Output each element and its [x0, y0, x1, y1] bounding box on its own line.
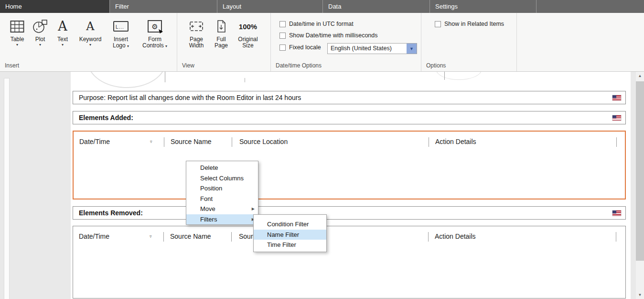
locale-dropdown-button[interactable]: ▼ — [407, 44, 417, 54]
column-separator — [163, 232, 164, 242]
column-header-source-location[interactable]: Source Location — [239, 138, 288, 145]
menu-item-select-columns[interactable]: Select Columns — [186, 173, 258, 184]
tab-data-label: Data — [328, 3, 341, 10]
insert-keyword-button[interactable]: A Keyword ▾ — [75, 16, 106, 47]
menu-item-move[interactable]: Move▶ — [186, 204, 258, 214]
menu-item-select-columns-label: Select Columns — [200, 175, 244, 182]
us-flag-icon — [612, 210, 621, 216]
fixed-locale-checkbox[interactable] — [279, 44, 286, 51]
insert-text-label: Text — [57, 36, 68, 43]
utc-checkbox-label: Date/time in UTC format — [289, 21, 354, 27]
elements-removed-element[interactable]: Elements Removed: — [73, 206, 626, 220]
elements-added-table[interactable]: Date/Time ▿ Source Name Source Location … — [73, 131, 626, 199]
menu-item-font-label: Font — [200, 195, 213, 202]
insert-logo-dropdown-icon: ▾ — [127, 44, 129, 48]
menu-item-font[interactable]: Font — [186, 194, 258, 204]
form-controls-icon: ⚙ — [148, 20, 162, 33]
insert-logo-icon: L... — [113, 21, 129, 32]
insert-logo-button[interactable]: L... Insert Logo ▾ — [107, 16, 135, 49]
top-remnant-tick-1 — [165, 72, 165, 82]
tab-settings[interactable]: Settings — [430, 0, 537, 13]
tab-layout[interactable]: Layout — [217, 0, 323, 13]
menu-item-name-filter-label: Name Filter — [267, 231, 299, 238]
scroll-up-icon: ▲ — [638, 74, 642, 78]
related-items-checkbox-label: Show in Related Items — [444, 21, 504, 27]
tab-home-label: Home — [5, 3, 22, 10]
menu-item-condition-filter-label: Condition Filter — [267, 221, 309, 228]
full-page-icon — [216, 16, 226, 36]
ribbon-group-view: Page Width Full Page 100% Original Size … — [177, 13, 271, 71]
elements-added-element[interactable]: Elements Added: — [73, 111, 626, 124]
datetime-filter-caret-icon[interactable]: ▿ — [150, 234, 152, 239]
menu-item-position-label: Position — [200, 185, 222, 192]
menu-item-time-filter[interactable]: Time Filter — [254, 240, 326, 250]
tab-settings-label: Settings — [435, 3, 458, 10]
column-header-action-details[interactable]: Action Details — [435, 233, 476, 240]
insert-logo-icon-text: L... — [116, 24, 124, 30]
insert-table-dropdown-icon: ▾ — [16, 43, 18, 47]
column-header-source-name[interactable]: Source Name — [170, 233, 211, 240]
insert-logo-label-line2: Logo — [113, 42, 126, 49]
purpose-element[interactable]: Purpose: Report list all changes done wi… — [73, 91, 626, 104]
tab-filter-label: Filter — [115, 3, 129, 10]
menu-item-condition-filter[interactable]: Condition Filter — [254, 219, 326, 230]
us-flag-icon — [612, 115, 621, 121]
purpose-text: Purpose: Report list all changes done wi… — [79, 91, 301, 104]
locale-dropdown-value: English (United States) — [328, 44, 407, 54]
milliseconds-checkbox[interactable] — [279, 33, 286, 39]
insert-keyword-dropdown-icon: ▾ — [89, 43, 91, 47]
insert-text-dropdown-icon: ▾ — [62, 43, 64, 47]
tab-data[interactable]: Data — [323, 0, 430, 13]
original-size-value: 100% — [239, 23, 257, 30]
ribbon: Table ▾ Plot ▾ A Text ▾ A Keyword ▾ — [0, 13, 644, 72]
form-controls-button[interactable]: ⚙ Form Controls ▾ — [137, 16, 173, 49]
datetime-filter-caret-icon[interactable]: ▿ — [150, 139, 152, 144]
column-separator — [232, 137, 232, 147]
menu-item-name-filter[interactable]: Name Filter — [254, 230, 326, 240]
top-remnant-tick-3 — [444, 72, 445, 80]
scroll-up-button[interactable]: ▲ — [636, 72, 644, 80]
locale-dropdown[interactable]: English (United States) ▼ — [327, 43, 417, 54]
related-items-checkbox[interactable] — [435, 21, 441, 27]
column-header-action-details[interactable]: Action Details — [435, 138, 476, 145]
column-header-datetime[interactable]: Date/Time — [79, 138, 110, 145]
original-size-button[interactable]: 100% Original Size — [234, 16, 262, 49]
related-items-checkbox-row: Show in Related Items — [435, 21, 504, 27]
ribbon-group-options: Show in Related Items Options — [421, 13, 517, 71]
insert-group-label: Insert — [5, 62, 19, 69]
locale-dropdown-arrow-icon: ▼ — [409, 46, 414, 51]
tab-bar-filler — [537, 0, 644, 13]
column-header-source-name[interactable]: Source Name — [171, 138, 212, 145]
scroll-down-icon: ▼ — [638, 293, 642, 297]
utc-checkbox[interactable] — [279, 21, 286, 27]
insert-plot-label: Plot — [35, 36, 45, 43]
full-page-label-line2: Page — [215, 43, 228, 49]
fixed-locale-checkbox-label: Fixed locale — [289, 44, 321, 51]
column-separator — [616, 137, 617, 147]
menu-item-filters[interactable]: Filters▶ — [186, 214, 258, 225]
tab-filter[interactable]: Filter — [110, 0, 217, 13]
milliseconds-checkbox-row: Show Date/time with milliseconds — [279, 32, 378, 39]
page-width-button[interactable]: Page Width — [184, 16, 209, 49]
us-flag-icon — [612, 95, 621, 100]
document-area: Purpose: Report list all changes done wi… — [0, 72, 644, 299]
menu-item-position[interactable]: Position — [186, 183, 258, 194]
insert-plot-button[interactable]: Plot ▾ — [30, 16, 51, 47]
keyword-letter-icon: A — [86, 19, 94, 33]
tab-home[interactable]: Home — [0, 0, 110, 13]
plot-icon — [32, 16, 48, 36]
full-page-button[interactable]: Full Page — [211, 16, 232, 49]
scroll-down-button[interactable]: ▼ — [636, 291, 644, 299]
menu-item-delete[interactable]: Delete — [186, 163, 258, 173]
insert-table-button[interactable]: Table ▾ — [6, 16, 29, 47]
milliseconds-checkbox-label: Show Date/time with milliseconds — [289, 32, 378, 39]
gear-icon: ⚙ — [151, 23, 158, 30]
context-menu: Delete Select Columns Position Font Move… — [186, 161, 258, 225]
vertical-scrollbar[interactable]: ▲ ▼ — [636, 72, 644, 299]
datetime-group-label: Date/time Options — [276, 62, 322, 69]
insert-text-button[interactable]: A Text ▾ — [52, 16, 74, 47]
scrollbar-thumb[interactable] — [636, 81, 644, 261]
cursor-icon — [159, 29, 163, 33]
elements-removed-table[interactable]: Date/Time ▿ Source Name Source Location … — [73, 226, 626, 299]
column-header-datetime[interactable]: Date/Time — [79, 233, 109, 240]
